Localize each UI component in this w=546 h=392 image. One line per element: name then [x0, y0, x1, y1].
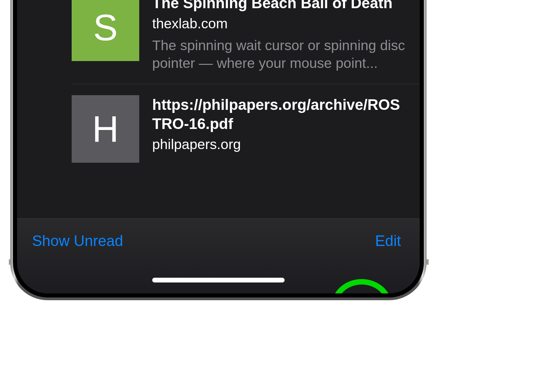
item-title: The Spinning Beach Ball of Death — [152, 0, 406, 13]
favicon-icon: S — [72, 0, 139, 61]
show-unread-button[interactable]: Show Unread — [32, 232, 123, 249]
list-item[interactable]: S The Spinning Beach Ball of Death thexl… — [17, 0, 420, 84]
edit-button[interactable]: Edit — [375, 232, 401, 249]
phone-frame: Harsh criticism of Alain Badiou's 'The A… — [10, 0, 427, 300]
item-text-block: https://philpapers.org/archive/ROSTRO-16… — [139, 95, 420, 157]
phone-side-button-right — [427, 259, 429, 265]
list-item[interactable]: H https://philpapers.org/archive/ROSTRO-… — [17, 84, 420, 174]
reading-list: Harsh criticism of Alain Badiou's 'The A… — [17, 0, 420, 174]
screen: Harsh criticism of Alain Badiou's 'The A… — [17, 0, 420, 293]
favicon-icon: H — [72, 95, 139, 163]
item-title: https://philpapers.org/archive/ROSTRO-16… — [152, 95, 406, 134]
home-indicator[interactable] — [152, 278, 285, 282]
item-text-block: The Spinning Beach Ball of Death thexlab… — [139, 0, 420, 72]
phone-inner-frame: Harsh criticism of Alain Badiou's 'The A… — [13, 0, 424, 297]
item-domain: thexlab.com — [152, 15, 406, 33]
item-domain: philpapers.org — [152, 135, 406, 154]
item-description: The spinning wait cursor or spinning dis… — [152, 37, 406, 72]
